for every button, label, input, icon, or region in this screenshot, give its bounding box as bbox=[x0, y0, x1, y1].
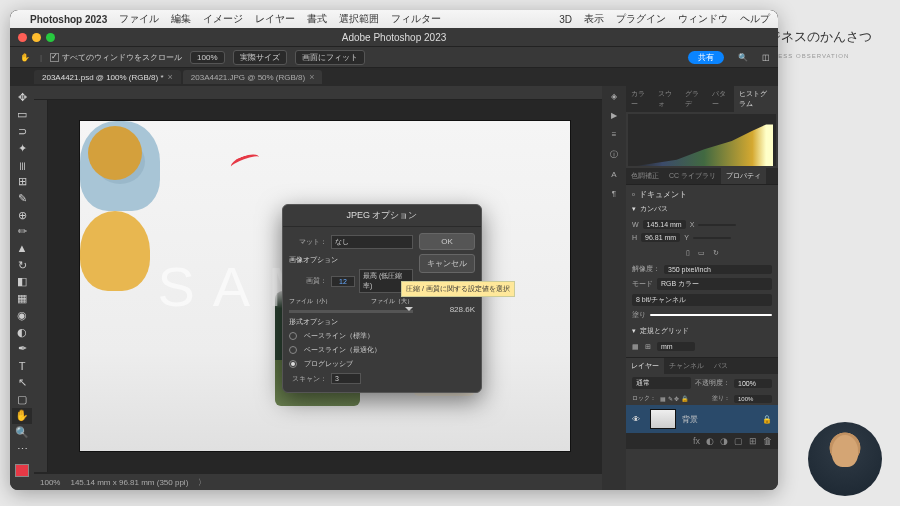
trash-icon[interactable]: 🗑 bbox=[763, 436, 772, 446]
hand-tool-icon[interactable]: ✋ bbox=[12, 408, 32, 424]
menu-window[interactable]: ウィンドウ bbox=[678, 12, 728, 26]
grid-icon[interactable]: ⊞ bbox=[645, 343, 651, 351]
eyedropper-tool-icon[interactable]: ✎ bbox=[12, 190, 32, 206]
brush-tool-icon[interactable]: ✏ bbox=[12, 224, 32, 240]
radio-baseline-opt[interactable]: ベースライン（最適化） bbox=[289, 343, 413, 357]
workspace-icon[interactable]: ◫ bbox=[762, 53, 770, 62]
shape-tool-icon[interactable]: ▢ bbox=[12, 391, 32, 407]
radio-progressive[interactable]: プログレッシブ bbox=[289, 357, 413, 371]
menu-help[interactable]: ヘルプ bbox=[740, 12, 770, 26]
panel-play-icon[interactable]: ▶ bbox=[611, 111, 617, 120]
height-input[interactable]: 96.81 mm bbox=[641, 233, 680, 242]
gradient-tool-icon[interactable]: ▦ bbox=[12, 291, 32, 307]
rotate-icon[interactable]: ↻ bbox=[713, 249, 719, 257]
layer-thumbnail[interactable] bbox=[650, 409, 676, 429]
history-brush-icon[interactable]: ↻ bbox=[12, 257, 32, 273]
panel-history-icon[interactable]: ≡ bbox=[612, 130, 617, 139]
menu-filter[interactable]: フィルター bbox=[391, 12, 441, 26]
minimize-icon[interactable] bbox=[32, 33, 41, 42]
panel-learn-icon[interactable]: ◈ bbox=[611, 92, 617, 101]
ruler-vertical[interactable] bbox=[34, 100, 48, 472]
blur-tool-icon[interactable]: ◉ bbox=[12, 308, 32, 324]
fx-icon[interactable]: fx bbox=[693, 436, 700, 446]
mask-icon[interactable]: ◐ bbox=[706, 436, 714, 446]
path-tool-icon[interactable]: ↖ bbox=[12, 374, 32, 390]
ruler-icon[interactable]: ▦ bbox=[632, 343, 639, 351]
frame-tool-icon[interactable]: ⊞ bbox=[12, 174, 32, 190]
scroll-all-checkbox[interactable]: すべてのウィンドウをスクロール bbox=[50, 52, 182, 63]
fill-input[interactable]: 100% bbox=[734, 395, 772, 403]
quality-input[interactable]: 12 bbox=[331, 276, 355, 287]
actual-size-button[interactable]: 実際サイズ bbox=[233, 50, 287, 65]
menu-edit[interactable]: 編集 bbox=[171, 12, 191, 26]
folder-icon[interactable]: ▢ bbox=[734, 436, 743, 446]
status-chevron-icon[interactable]: 〉 bbox=[198, 477, 206, 488]
properties-tabs[interactable]: 色調補正CC ライブラリプロパティ bbox=[626, 168, 778, 184]
new-layer-icon[interactable]: ⊞ bbox=[749, 436, 757, 446]
quality-slider[interactable] bbox=[289, 310, 413, 313]
share-button[interactable]: 共有 bbox=[688, 51, 724, 64]
type-tool-icon[interactable]: T bbox=[12, 358, 32, 374]
tab-doc-2[interactable]: 203A4421.JPG @ 50% (RGB/8)× bbox=[183, 70, 323, 84]
layers-tabs[interactable]: レイヤーチャンネルパス bbox=[626, 358, 778, 374]
panel-info-icon[interactable]: ⓘ bbox=[610, 149, 618, 160]
resolution-input[interactable]: 350 pixel/inch bbox=[664, 265, 772, 274]
zoom-tool-icon[interactable]: 🔍 bbox=[12, 425, 32, 441]
adjustment-icon[interactable]: ◑ bbox=[720, 436, 728, 446]
menu-image[interactable]: イメージ bbox=[203, 12, 243, 26]
zoom-value[interactable]: 100% bbox=[190, 51, 224, 64]
app-name[interactable]: Photoshop 2023 bbox=[30, 14, 107, 25]
clone-tool-icon[interactable]: ▲ bbox=[12, 241, 32, 257]
move-tool-icon[interactable]: ✥ bbox=[12, 90, 32, 106]
menu-file[interactable]: ファイル bbox=[119, 12, 159, 26]
matte-select[interactable]: なし bbox=[331, 235, 413, 249]
mac-menubar[interactable]: Photoshop 2023 ファイル 編集 イメージ レイヤー 書式 選択範囲… bbox=[10, 10, 778, 28]
panel-para-icon[interactable]: ¶ bbox=[612, 189, 616, 198]
menu-view[interactable]: 表示 bbox=[584, 12, 604, 26]
status-zoom[interactable]: 100% bbox=[40, 478, 60, 487]
wand-tool-icon[interactable]: ✦ bbox=[12, 140, 32, 156]
scan-select[interactable]: 3 bbox=[331, 373, 361, 384]
close-tab-icon[interactable]: × bbox=[168, 72, 173, 82]
marquee-tool-icon[interactable]: ▭ bbox=[12, 107, 32, 123]
search-icon[interactable]: 🔍 bbox=[738, 53, 748, 62]
menu-3d[interactable]: 3D bbox=[559, 14, 572, 25]
dodge-tool-icon[interactable]: ◐ bbox=[12, 324, 32, 340]
close-tab-icon[interactable]: × bbox=[309, 72, 314, 82]
depth-select[interactable]: 8 bit/チャンネル bbox=[632, 294, 772, 306]
fill-swatch[interactable] bbox=[650, 314, 772, 316]
traffic-lights[interactable] bbox=[10, 29, 63, 46]
blend-mode-select[interactable]: 通常 bbox=[632, 377, 691, 389]
tab-doc-1[interactable]: 203A4421.psd @ 100% (RGB/8) *× bbox=[34, 70, 181, 84]
lock-icons[interactable]: ▦ ✎ ✥ 🔒 bbox=[660, 395, 688, 402]
histogram-tabs[interactable]: カラースウォグラデパターヒストグラム bbox=[626, 86, 778, 112]
close-icon[interactable] bbox=[18, 33, 27, 42]
heal-tool-icon[interactable]: ⊕ bbox=[12, 207, 32, 223]
fit-screen-button[interactable]: 画面にフィット bbox=[295, 50, 365, 65]
menu-select[interactable]: 選択範囲 bbox=[339, 12, 379, 26]
lock-icon[interactable]: 🔒 bbox=[762, 415, 772, 424]
ok-button[interactable]: OK bbox=[419, 233, 475, 250]
foreground-swatch[interactable] bbox=[15, 464, 29, 476]
menu-plugin[interactable]: プラグイン bbox=[616, 12, 666, 26]
x-input[interactable] bbox=[698, 224, 736, 226]
hand-tool-icon[interactable]: ✋ bbox=[18, 50, 32, 64]
pen-tool-icon[interactable]: ✒ bbox=[12, 341, 32, 357]
orient-portrait-icon[interactable]: ▯ bbox=[686, 249, 690, 257]
crop-tool-icon[interactable]: ⫼ bbox=[12, 157, 32, 173]
width-input[interactable]: 145.14 mm bbox=[643, 220, 686, 229]
menu-layer[interactable]: レイヤー bbox=[255, 12, 295, 26]
cancel-button[interactable]: キャンセル bbox=[419, 254, 475, 273]
radio-baseline-std[interactable]: ベースライン（標準） bbox=[289, 329, 413, 343]
opacity-input[interactable]: 100% bbox=[734, 379, 772, 388]
panel-char-icon[interactable]: A bbox=[611, 170, 616, 179]
eraser-tool-icon[interactable]: ◧ bbox=[12, 274, 32, 290]
layer-background[interactable]: 👁 背景 🔒 bbox=[626, 405, 778, 433]
ruler-horizontal[interactable] bbox=[34, 86, 602, 100]
y-input[interactable] bbox=[693, 237, 731, 239]
fullscreen-icon[interactable] bbox=[46, 33, 55, 42]
visibility-icon[interactable]: 👁 bbox=[632, 415, 644, 424]
lasso-tool-icon[interactable]: ⊃ bbox=[12, 123, 32, 139]
unit-select[interactable]: mm bbox=[657, 342, 695, 351]
orient-landscape-icon[interactable]: ▭ bbox=[698, 249, 705, 257]
